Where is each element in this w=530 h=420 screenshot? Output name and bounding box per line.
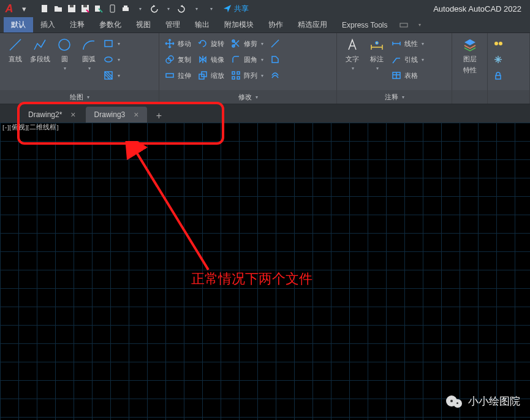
circle-icon — [56, 37, 72, 53]
polyline-icon — [32, 37, 48, 53]
tab-addins[interactable]: 附加模块 — [217, 17, 261, 32]
chamfer-icon — [270, 54, 281, 65]
scale-button[interactable]: 缩放 — [197, 69, 224, 82]
rotate-button[interactable]: 旋转 — [197, 37, 224, 50]
copy-button[interactable]: 复制 — [164, 53, 191, 66]
text-icon — [344, 37, 360, 53]
fillet-button[interactable]: 圆角▾ — [230, 53, 263, 66]
mobile-icon[interactable] — [107, 3, 118, 14]
leader-button[interactable]: 引线▾ — [391, 53, 424, 66]
polyline-button[interactable]: 多段线 — [29, 37, 50, 64]
freeze-button[interactable] — [493, 53, 504, 66]
tab-manage[interactable]: 管理 — [158, 17, 187, 32]
open-icon[interactable] — [53, 3, 64, 14]
circle-button[interactable]: 圆 ▾ — [54, 37, 75, 71]
undo-dropdown-icon[interactable]: ▾ — [163, 3, 174, 14]
svg-point-41 — [499, 42, 502, 45]
save-icon[interactable] — [66, 3, 77, 14]
array-button[interactable]: 阵列▾ — [230, 69, 263, 82]
tab-output[interactable]: 输出 — [187, 17, 217, 32]
panel-layers: 图层 特性 — [452, 33, 488, 104]
paper-plane-icon — [223, 4, 232, 13]
arc-button[interactable]: 圆弧 ▾ — [78, 37, 99, 71]
tab-featured[interactable]: 精选应用 — [290, 17, 335, 32]
chamfer-button[interactable] — [270, 53, 281, 66]
tab-insert[interactable]: 插入 — [33, 17, 62, 32]
svg-rect-29 — [237, 77, 240, 79]
lightbulb-on-icon — [493, 38, 504, 49]
redo-icon[interactable] — [176, 3, 187, 14]
annotation-arrow — [110, 141, 233, 282]
offset-icon — [270, 70, 281, 81]
trim-button[interactable]: 修剪▾ — [230, 37, 263, 50]
print-dropdown-icon[interactable]: ▾ — [135, 3, 146, 14]
arc-label: 圆弧 — [82, 55, 96, 64]
leader-icon — [391, 54, 402, 65]
tab-annotate[interactable]: 注释 — [62, 17, 92, 32]
mirror-button[interactable]: 镜像 — [197, 53, 224, 66]
dimension-button[interactable]: 标注 ▾ — [366, 37, 387, 71]
annotation-text: 正常情况下两个文件 — [191, 270, 312, 288]
stretch-icon — [164, 70, 175, 81]
undo-icon[interactable] — [148, 3, 159, 14]
move-button[interactable]: 移动 — [164, 37, 191, 50]
table-button[interactable]: 表格 — [391, 69, 424, 82]
mirror-icon — [197, 54, 208, 65]
rectangle-button[interactable]: ▾ — [103, 37, 120, 50]
tab-express[interactable]: Express Tools — [335, 18, 395, 32]
offset-button[interactable] — [270, 69, 281, 82]
extend-icon — [270, 38, 281, 49]
quick-access-toolbar: A ▾ ▾ ▾ ▾ ▾ 共享 Autodesk AutoCAD 2022 — [0, 0, 530, 17]
panel-toggle-icon[interactable] — [398, 20, 409, 31]
web-icon[interactable] — [93, 3, 104, 14]
polyline-label: 多段线 — [30, 55, 50, 64]
layer-properties-button[interactable]: 图层 特性 — [460, 37, 480, 75]
ribbon-tabs: 默认 插入 注释 参数化 视图 管理 输出 附加模块 协作 精选应用 Expre… — [0, 17, 530, 33]
line-button[interactable]: 直线 — [5, 37, 26, 64]
linear-button[interactable]: 线性▾ — [391, 37, 424, 50]
svg-rect-0 — [42, 5, 47, 12]
watermark-text: 小小绘图院 — [468, 394, 520, 408]
arc-icon — [81, 37, 97, 53]
qat-customize-icon[interactable]: ▾ — [206, 3, 217, 14]
line-icon — [7, 37, 23, 53]
svg-line-17 — [107, 72, 112, 77]
svg-rect-42 — [496, 75, 501, 79]
scale-icon — [197, 70, 208, 81]
print-icon[interactable] — [120, 3, 131, 14]
svg-line-10 — [10, 39, 21, 50]
tab-parametric[interactable]: 参数化 — [92, 17, 129, 32]
lock-button[interactable] — [493, 69, 504, 82]
text-button[interactable]: 文字 ▾ — [342, 37, 363, 71]
tab-view[interactable]: 视图 — [129, 17, 158, 32]
share-label: 共享 — [234, 4, 249, 14]
saveas-icon[interactable] — [80, 3, 91, 14]
panel-annotate-title[interactable]: 注释▾ — [337, 90, 452, 104]
hatch-button[interactable]: ▾ — [103, 69, 120, 82]
redo-dropdown-icon[interactable]: ▾ — [191, 3, 202, 14]
svg-line-20 — [271, 40, 279, 47]
rotate-icon — [197, 38, 208, 49]
tab-collaborate[interactable]: 协作 — [261, 17, 290, 32]
extend-button[interactable] — [270, 37, 281, 50]
app-logo[interactable]: A — [2, 2, 16, 15]
svg-line-15 — [105, 74, 110, 79]
rectangle-icon — [103, 38, 114, 49]
app-title: Autodesk AutoCAD 2022 — [433, 4, 521, 13]
svg-point-11 — [59, 39, 70, 50]
ellipse-button[interactable]: ▾ — [103, 53, 120, 66]
trim-icon — [230, 38, 241, 49]
sun-button[interactable] — [493, 37, 504, 50]
panel-dropdown-icon[interactable]: ▾ — [414, 20, 425, 31]
share-button[interactable]: 共享 — [223, 4, 249, 14]
tab-default[interactable]: 默认 — [4, 17, 33, 32]
svg-line-43 — [135, 150, 208, 270]
new-icon[interactable] — [39, 3, 50, 14]
circle-label: 圆 — [61, 55, 68, 64]
svg-point-33 — [376, 42, 378, 44]
panel-layers-title — [452, 90, 487, 104]
stretch-button[interactable]: 拉伸 — [164, 69, 191, 82]
fillet-icon — [230, 54, 241, 65]
layers-icon — [462, 37, 478, 53]
menu-dropdown-icon[interactable]: ▾ — [18, 3, 29, 14]
